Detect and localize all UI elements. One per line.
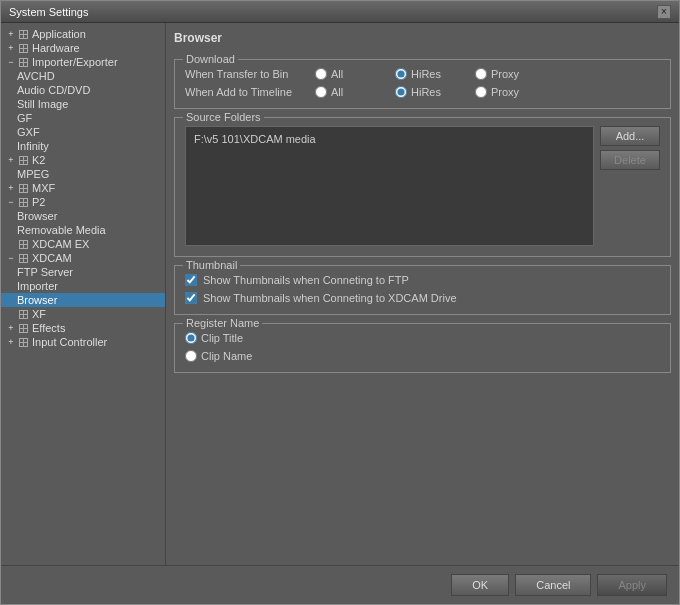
sidebar-item-label: Effects <box>32 322 65 334</box>
sidebar-item-infinity[interactable]: Infinity <box>1 139 165 153</box>
sidebar-item-browser[interactable]: Browser <box>1 293 165 307</box>
crosshatch-icon <box>19 254 28 263</box>
clip-name-radio[interactable] <box>185 350 197 362</box>
sidebar-item-application[interactable]: + Application <box>1 27 165 41</box>
folder-buttons: Add... Delete <box>600 126 660 246</box>
sidebar-item-label: XDCAM EX <box>32 238 89 250</box>
sidebar-item-gf[interactable]: GF <box>1 111 165 125</box>
transfer-bin-all-option[interactable]: All <box>315 68 395 80</box>
thumbnail-group: Thumbnail Show Thumbnails when Conneting… <box>174 265 671 315</box>
timeline-hires-option[interactable]: HiRes <box>395 86 475 98</box>
sidebar-item-hardware[interactable]: + Hardware <box>1 41 165 55</box>
source-folders-label: Source Folders <box>183 111 264 123</box>
register-name-label: Register Name <box>183 317 262 329</box>
add-to-timeline-label: When Add to Timeline <box>185 86 315 98</box>
sidebar-item-label: XDCAM <box>32 252 72 264</box>
crosshatch-icon <box>19 240 28 249</box>
timeline-all-option[interactable]: All <box>315 86 395 98</box>
sidebar-item-label: Importer <box>17 280 58 292</box>
expander-xdcam-ex <box>5 238 17 250</box>
crosshatch-icon <box>19 324 28 333</box>
dialog-title: System Settings <box>9 6 88 18</box>
sidebar-item-xdcam-ex[interactable]: XDCAM EX <box>1 237 165 251</box>
sidebar-item-input-controller[interactable]: + Input Controller <box>1 335 165 349</box>
system-settings-dialog: System Settings × + Application + Hardwa… <box>0 0 680 605</box>
sidebar-item-label: Removable Media <box>17 224 106 236</box>
sidebar-item-xf[interactable]: XF <box>1 307 165 321</box>
timeline-hires-radio[interactable] <box>395 86 407 98</box>
folder-list-item: F:\v5 101\XDCAM media <box>190 131 589 147</box>
sidebar-item-browser-p2[interactable]: Browser <box>1 209 165 223</box>
sidebar-item-label: AVCHD <box>17 70 55 82</box>
expander-input-controller: + <box>5 336 17 348</box>
sidebar-item-xdcam[interactable]: − XDCAM <box>1 251 165 265</box>
expander-k2: + <box>5 154 17 166</box>
sidebar-item-label: MXF <box>32 182 55 194</box>
sidebar-item-removable-media[interactable]: Removable Media <box>1 223 165 237</box>
transfer-to-bin-label: When Transfer to Bin <box>185 68 315 80</box>
sidebar-item-ftp-server[interactable]: FTP Server <box>1 265 165 279</box>
sidebar-item-k2[interactable]: + K2 <box>1 153 165 167</box>
crosshatch-icon <box>19 58 28 67</box>
thumbnail-ftp-row: Show Thumbnails when Conneting to FTP <box>185 274 660 286</box>
sidebar-item-label: Infinity <box>17 140 49 152</box>
crosshatch-icon <box>19 30 28 39</box>
folder-list[interactable]: F:\v5 101\XDCAM media <box>185 126 594 246</box>
expander-xf <box>5 308 17 320</box>
timeline-proxy-radio[interactable] <box>475 86 487 98</box>
crosshatch-icon <box>19 44 28 53</box>
ok-button[interactable]: OK <box>451 574 509 596</box>
sidebar-item-label: P2 <box>32 196 45 208</box>
expander-mxf: + <box>5 182 17 194</box>
sidebar-item-label: K2 <box>32 154 45 166</box>
timeline-proxy-option[interactable]: Proxy <box>475 86 555 98</box>
sidebar-item-label: Still Image <box>17 98 68 110</box>
transfer-bin-proxy-option[interactable]: Proxy <box>475 68 555 80</box>
sidebar-item-mxf[interactable]: + MXF <box>1 181 165 195</box>
timeline-all-radio[interactable] <box>315 86 327 98</box>
transfer-bin-all-radio[interactable] <box>315 68 327 80</box>
sidebar-item-label: XF <box>32 308 46 320</box>
thumbnail-ftp-checkbox[interactable] <box>185 274 197 286</box>
transfer-bin-hires-option[interactable]: HiRes <box>395 68 475 80</box>
sidebar-item-p2[interactable]: − P2 <box>1 195 165 209</box>
sidebar-item-gxf[interactable]: GXF <box>1 125 165 139</box>
dialog-footer: OK Cancel Apply <box>1 565 679 604</box>
clip-title-radio[interactable] <box>185 332 197 344</box>
download-group-label: Download <box>183 53 238 65</box>
sidebar-item-importer-exporter[interactable]: − Importer/Exporter <box>1 55 165 69</box>
clip-title-option[interactable]: Clip Title <box>185 332 243 344</box>
sidebar-item-label: Audio CD/DVD <box>17 84 90 96</box>
cancel-button[interactable]: Cancel <box>515 574 591 596</box>
sidebar-item-avchd[interactable]: AVCHD <box>1 69 165 83</box>
sidebar-item-label: Browser <box>17 294 57 306</box>
clip-name-option[interactable]: Clip Name <box>185 350 252 362</box>
source-folders-content: F:\v5 101\XDCAM media Add... Delete <box>185 126 660 246</box>
delete-folder-button[interactable]: Delete <box>600 150 660 170</box>
apply-button[interactable]: Apply <box>597 574 667 596</box>
sidebar-item-importer[interactable]: Importer <box>1 279 165 293</box>
expander-effects: + <box>5 322 17 334</box>
sidebar-item-mpeg[interactable]: MPEG <box>1 167 165 181</box>
sidebar-item-label: GXF <box>17 126 40 138</box>
crosshatch-icon <box>19 338 28 347</box>
close-button[interactable]: × <box>657 5 671 19</box>
page-title: Browser <box>174 31 671 45</box>
sidebar-item-audio-cd-dvd[interactable]: Audio CD/DVD <box>1 83 165 97</box>
add-folder-button[interactable]: Add... <box>600 126 660 146</box>
sidebar-item-effects[interactable]: + Effects <box>1 321 165 335</box>
sidebar-item-still-image[interactable]: Still Image <box>1 97 165 111</box>
transfer-to-bin-row: When Transfer to Bin All HiRes Proxy <box>185 68 660 80</box>
sidebar-item-label: MPEG <box>17 168 49 180</box>
thumbnail-xdcam-checkbox[interactable] <box>185 292 197 304</box>
transfer-bin-proxy-radio[interactable] <box>475 68 487 80</box>
transfer-bin-hires-radio[interactable] <box>395 68 407 80</box>
sidebar-item-label: Browser <box>17 210 57 222</box>
thumbnail-label: Thumbnail <box>183 259 240 271</box>
main-content: Browser Download When Transfer to Bin Al… <box>166 23 679 565</box>
add-to-timeline-row: When Add to Timeline All HiRes Proxy <box>185 86 660 98</box>
crosshatch-icon <box>19 184 28 193</box>
crosshatch-icon <box>19 156 28 165</box>
expander-hardware: + <box>5 42 17 54</box>
title-bar: System Settings × <box>1 1 679 23</box>
